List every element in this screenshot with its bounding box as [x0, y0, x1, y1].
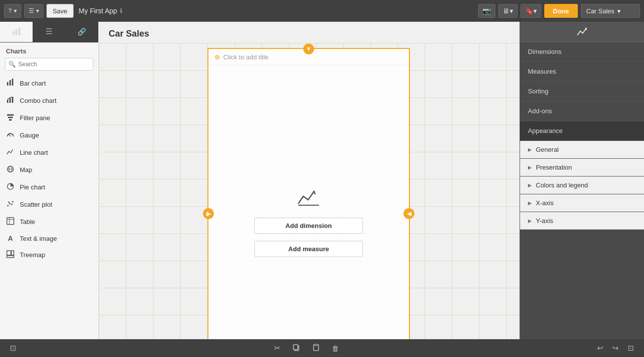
filter-pane-label: Filter pane	[20, 114, 50, 122]
help-icon: ?	[8, 7, 12, 14]
sidebar-item-text-image[interactable]: A Text & image	[0, 230, 98, 246]
tab-link[interactable]: 🔗	[66, 22, 98, 42]
map-icon	[6, 165, 15, 175]
svg-rect-27	[7, 256, 14, 258]
bar-chart-icon	[6, 79, 15, 88]
help-button[interactable]: ? ▾	[4, 4, 21, 18]
right-section-dimensions[interactable]: Dimensions	[520, 42, 644, 62]
svg-rect-9	[7, 114, 14, 116]
sidebar-item-scatter-plot[interactable]: Scatter plot	[0, 196, 98, 213]
collapse-item-x-axis[interactable]: ▶ X-axis	[520, 194, 644, 212]
sheet-title: Car Sales	[109, 29, 149, 39]
undo-icon[interactable]: ↩	[595, 342, 605, 355]
collapse-item-presentation[interactable]: ▶ Presentation	[520, 159, 644, 177]
display-button[interactable]: 🖥 ▾	[498, 4, 518, 18]
left-panel-tabs: ☰ 🔗	[0, 22, 98, 43]
combo-chart-label: Combo chart	[20, 97, 56, 104]
sidebar-item-line-chart[interactable]: Line chart	[0, 144, 98, 161]
top-toolbar: ? ▾ ☰ ▾ Save My First App ℹ 📷 🖥 ▾ 🔖 ▾ Do…	[0, 0, 644, 22]
delete-icon[interactable]: 🗑	[330, 342, 341, 355]
paste-icon[interactable]	[310, 342, 322, 355]
collapse-label-presentation: Presentation	[536, 164, 572, 171]
gauge-label: Gauge	[20, 132, 39, 139]
sheet-name-area[interactable]: Car Sales ▾	[581, 4, 640, 18]
collapse-label-general: General	[536, 146, 559, 153]
tab-charts[interactable]	[0, 22, 33, 42]
svg-rect-11	[9, 119, 12, 121]
sidebar-item-bar-chart[interactable]: Bar chart	[0, 75, 98, 92]
bottom-center: ✂ 🗑	[272, 342, 341, 355]
sidebar-item-gauge[interactable]: Gauge	[0, 127, 98, 144]
right-section-addons[interactable]: Add-ons	[520, 101, 644, 121]
main-content: ☰ 🔗 Charts 🔍 Bar chart	[0, 22, 644, 339]
chart-tab-icon	[12, 27, 21, 36]
collapse-item-y-axis[interactable]: ▶ Y-axis	[520, 212, 644, 230]
done-button[interactable]: Done	[544, 4, 578, 18]
camera-icon: 📷	[483, 7, 491, 15]
svg-rect-25	[7, 251, 11, 255]
expand-icon[interactable]: ⊡	[626, 342, 636, 355]
handle-right[interactable]: ◀	[403, 208, 414, 219]
collapse-label-colors-legend: Colors and legend	[536, 181, 588, 189]
svg-point-21	[12, 201, 14, 203]
right-section-appearance[interactable]: Appearance	[520, 121, 644, 141]
sidebar-item-filter-pane[interactable]: Filter pane	[0, 109, 98, 127]
sidebar-item-pie-chart[interactable]: Pie chart	[0, 178, 98, 196]
svg-rect-8	[12, 97, 13, 103]
menu-icon: ☰	[29, 7, 34, 14]
add-measure-button[interactable]: Add measure	[254, 241, 363, 257]
right-panel: Dimensions Measures Sorting Add-ons Appe…	[520, 22, 644, 339]
tab-sheets[interactable]: ☰	[33, 22, 65, 42]
link-icon: 🔗	[78, 28, 86, 36]
sheet-name-chevron: ▾	[617, 7, 621, 15]
handle-left[interactable]: ▶	[203, 208, 214, 219]
right-section-measures[interactable]: Measures	[520, 62, 644, 82]
copy-icon[interactable]	[290, 342, 302, 355]
sidebar-item-treemap[interactable]: Treemap	[0, 246, 98, 264]
sidebar-item-map[interactable]: Map	[0, 161, 98, 178]
map-label: Map	[20, 166, 32, 174]
chart-list: Bar chart Combo chart	[0, 75, 98, 339]
text-image-icon: A	[6, 234, 15, 242]
chevron-right-icon-5: ▶	[528, 218, 532, 223]
chart-widget[interactable]: ▼ ▲ ▶ ◀ ⊕ Click to add title	[207, 48, 410, 339]
svg-rect-3	[7, 82, 8, 86]
search-input[interactable]	[5, 58, 93, 71]
sheet-toggle-icon[interactable]: ⊡	[8, 342, 18, 355]
svg-rect-22	[7, 218, 14, 224]
app-title: My First App ℹ	[79, 7, 122, 15]
bookmark-button[interactable]: 🔖 ▾	[521, 4, 541, 18]
collapse-item-general[interactable]: ▶ General	[520, 141, 644, 159]
handle-top[interactable]: ▼	[303, 44, 314, 54]
svg-point-19	[8, 202, 10, 203]
chevron-right-icon-3: ▶	[528, 182, 532, 188]
collapse-item-colors-legend[interactable]: ▶ Colors and legend	[520, 177, 644, 194]
menu-chevron: ▾	[36, 7, 39, 14]
menu-button[interactable]: ☰ ▾	[24, 4, 43, 18]
bar-chart-label: Bar chart	[20, 80, 46, 87]
charts-section-label: Charts	[0, 43, 98, 58]
widget-body: Add dimension Add measure	[208, 65, 409, 339]
add-dimension-button[interactable]: Add dimension	[254, 218, 363, 234]
svg-point-20	[11, 204, 13, 205]
redo-icon[interactable]: ↪	[610, 342, 621, 355]
info-icon[interactable]: ℹ	[120, 7, 122, 14]
right-panel-header	[520, 22, 644, 42]
scissors-icon[interactable]: ✂	[272, 342, 282, 355]
save-button[interactable]: Save	[46, 4, 74, 18]
sidebar-item-combo-chart[interactable]: Combo chart	[0, 92, 98, 109]
text-image-label: Text & image	[20, 235, 57, 242]
bookmark-icon: 🔖	[525, 7, 533, 15]
svg-rect-30	[293, 345, 298, 350]
bookmark-chevron: ▾	[533, 7, 537, 15]
camera-button[interactable]: 📷	[478, 4, 495, 18]
line-chart-icon	[6, 148, 15, 157]
svg-point-18	[9, 203, 11, 205]
right-section-sorting[interactable]: Sorting	[520, 82, 644, 101]
line-chart-label: Line chart	[20, 149, 48, 156]
svg-rect-1	[15, 29, 17, 35]
filter-pane-icon	[6, 113, 15, 123]
sidebar-item-table[interactable]: Table	[0, 213, 98, 230]
chart-placeholder-icon	[296, 186, 321, 211]
canvas-area[interactable]: ▼ ▲ ▶ ◀ ⊕ Click to add title	[99, 43, 520, 339]
